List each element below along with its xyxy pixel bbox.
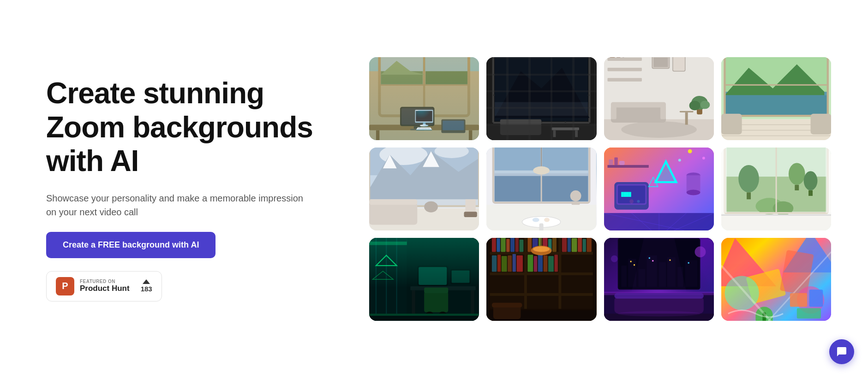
svg-marker-177 [376,255,397,266]
svg-rect-169 [419,267,447,285]
grid-image-1[interactable] [369,57,479,140]
svg-text:████: ████ [621,192,631,197]
svg-rect-55 [660,106,666,119]
grid-image-6[interactable] [486,148,596,230]
svg-point-258 [724,276,759,310]
svg-rect-161 [407,238,479,321]
svg-point-174 [439,312,446,316]
left-section: Create stunning Zoom backgrounds with AI… [46,77,332,301]
grid-image-4[interactable] [721,57,831,140]
svg-point-249 [617,311,700,316]
svg-rect-175 [369,313,479,321]
svg-rect-200 [552,238,557,252]
svg-rect-163 [412,290,415,318]
svg-rect-41 [607,58,641,61]
grid-image-9[interactable] [369,238,479,321]
svg-rect-191 [506,239,509,252]
svg-rect-166 [419,267,447,285]
svg-rect-155 [369,240,479,242]
grid-image-7[interactable]: ████ [604,148,714,230]
svg-rect-239 [634,264,635,266]
svg-rect-187 [559,238,562,309]
svg-rect-184 [490,272,593,275]
svg-rect-32 [495,102,588,116]
svg-rect-1 [369,71,479,140]
svg-rect-150 [721,148,727,213]
svg-rect-12 [469,130,472,140]
svg-point-131 [688,149,692,154]
svg-rect-189 [497,238,500,252]
svg-rect-128 [609,159,613,165]
svg-rect-165 [417,266,448,286]
svg-point-61 [700,100,710,109]
svg-point-140 [789,163,805,185]
svg-rect-141 [795,185,799,190]
svg-rect-43 [607,78,641,81]
svg-rect-130 [619,161,624,165]
product-hunt-text: FEATURED ON Product Hunt [80,279,130,293]
grid-image-12[interactable] [721,238,831,321]
svg-rect-204 [578,238,582,252]
grid-image-2[interactable] [486,57,596,140]
svg-point-142 [803,171,817,190]
svg-rect-10 [369,125,479,130]
svg-rect-153 [369,238,479,245]
svg-rect-74 [721,114,742,135]
cta-button[interactable]: Create a FREE background with AI [46,232,216,258]
svg-rect-171 [424,292,448,313]
svg-rect-211 [513,254,516,272]
svg-point-103 [544,218,550,222]
svg-rect-151 [826,148,831,213]
svg-rect-148 [721,215,831,230]
svg-rect-17 [441,119,465,133]
svg-point-138 [738,165,759,193]
svg-rect-16 [410,129,424,130]
grid-image-8[interactable] [721,148,831,230]
svg-rect-195 [528,238,532,252]
svg-rect-216 [544,255,548,272]
svg-rect-172 [424,288,448,293]
svg-point-173 [426,312,433,316]
svg-rect-35 [500,119,541,125]
product-hunt-logo: P [56,277,74,295]
svg-rect-15 [414,126,421,129]
grid-image-11[interactable] [604,238,714,321]
svg-rect-167 [450,269,471,284]
svg-point-133 [678,159,681,161]
upvote-count: 183 [141,285,152,293]
svg-rect-264 [790,293,807,307]
chat-button[interactable] [829,339,854,364]
svg-rect-13 [400,107,434,126]
grid-image-5[interactable] [369,148,479,230]
svg-rect-214 [534,256,537,272]
svg-rect-193 [515,238,519,252]
hero-title: Create stunning Zoom backgrounds with AI [46,77,332,178]
svg-rect-49 [672,57,685,71]
svg-rect-44 [609,57,615,58]
svg-rect-230 [621,266,627,287]
upvote-arrow-icon [143,279,150,284]
svg-rect-186 [524,238,527,309]
product-hunt-badge[interactable]: P FEATURED ON Product Hunt 183 [46,271,162,301]
svg-rect-20 [493,57,589,123]
grid-image-10[interactable] [486,238,596,321]
svg-rect-213 [528,254,533,272]
svg-rect-209 [502,256,507,272]
grid-image-3[interactable] [604,57,714,140]
svg-rect-129 [614,158,617,165]
svg-rect-57 [685,112,688,125]
svg-rect-205 [583,239,586,252]
svg-rect-152 [369,238,479,321]
svg-point-120 [686,189,700,195]
svg-rect-42 [607,68,641,71]
svg-rect-160 [369,242,407,245]
svg-rect-247 [614,293,704,299]
svg-rect-266 [797,308,821,319]
svg-rect-203 [572,238,577,252]
svg-rect-53 [611,102,665,107]
svg-marker-9 [381,61,425,75]
svg-rect-36 [552,128,580,130]
svg-rect-48 [653,58,668,67]
svg-rect-201 [562,238,567,252]
svg-rect-190 [501,238,506,252]
